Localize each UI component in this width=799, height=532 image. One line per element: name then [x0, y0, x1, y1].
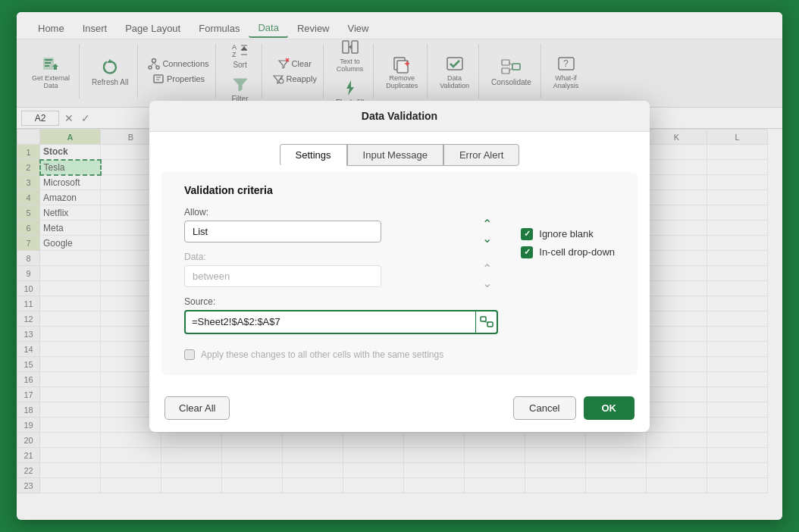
allow-select[interactable]: List Any value Whole number Decimal Date…	[184, 221, 381, 243]
clear-all-button[interactable]: Clear All	[164, 396, 230, 420]
excel-window: Home Insert Page Layout Formulas Data Re…	[17, 12, 782, 520]
data-select-wrapper: between ⌃⌄	[184, 265, 498, 287]
in-cell-dropdown-check: ✓	[524, 247, 531, 257]
footer-right: Cancel OK	[513, 396, 634, 420]
source-input-wrapper	[184, 310, 498, 334]
apply-all-checkbox[interactable]	[184, 349, 195, 360]
form-main-row: Allow: List Any value Whole number Decim…	[184, 207, 615, 334]
source-row: Source:	[184, 296, 498, 334]
svg-rect-38	[481, 317, 486, 321]
tab-error-alert[interactable]: Error Alert	[443, 144, 520, 166]
allow-select-wrapper: List Any value Whole number Decimal Date…	[184, 221, 498, 243]
data-select-arrow: ⌃⌄	[482, 261, 492, 290]
source-label: Source:	[184, 296, 498, 307]
source-range-button[interactable]	[475, 311, 497, 333]
validation-criteria-title: Validation criteria	[184, 184, 615, 196]
apply-all-label: Apply these changes to all other cells w…	[201, 349, 443, 360]
in-cell-dropdown-row[interactable]: ✓ In-cell drop-down	[521, 246, 615, 258]
dialog-title: Data Validation	[149, 101, 650, 132]
tab-input-message[interactable]: Input Message	[347, 144, 443, 166]
apply-all-row[interactable]: Apply these changes to all other cells w…	[184, 349, 615, 360]
in-cell-dropdown-label: In-cell drop-down	[539, 246, 615, 258]
data-validation-dialog: Data Validation Settings Input Message E…	[149, 101, 650, 432]
ignore-blank-checkbox[interactable]: ✓	[521, 228, 533, 240]
dialog-tabs: Settings Input Message Error Alert	[149, 132, 650, 172]
data-label: Data:	[184, 252, 498, 262]
data-select[interactable]: between	[184, 265, 381, 287]
ignore-blank-check: ✓	[524, 229, 531, 239]
dialog-footer: Clear All Cancel OK	[149, 387, 650, 432]
tab-settings[interactable]: Settings	[280, 144, 347, 166]
allow-select-arrow: ⌃⌄	[482, 217, 492, 246]
cancel-button[interactable]: Cancel	[513, 396, 575, 420]
in-cell-dropdown-checkbox[interactable]: ✓	[521, 246, 533, 258]
ignore-blank-row[interactable]: ✓ Ignore blank	[521, 228, 615, 240]
dialog-body: Validation criteria Allow: List Any valu…	[161, 172, 638, 375]
allow-label: Allow:	[184, 207, 498, 217]
ignore-blank-label: Ignore blank	[539, 228, 594, 239]
source-input[interactable]	[186, 311, 475, 332]
dialog-overlay: Data Validation Settings Input Message E…	[17, 12, 782, 520]
form-left: Allow: List Any value Whole number Decim…	[184, 207, 498, 334]
ok-button[interactable]: OK	[584, 396, 635, 420]
form-right: ✓ Ignore blank ✓ In-cell drop-down	[521, 207, 615, 258]
